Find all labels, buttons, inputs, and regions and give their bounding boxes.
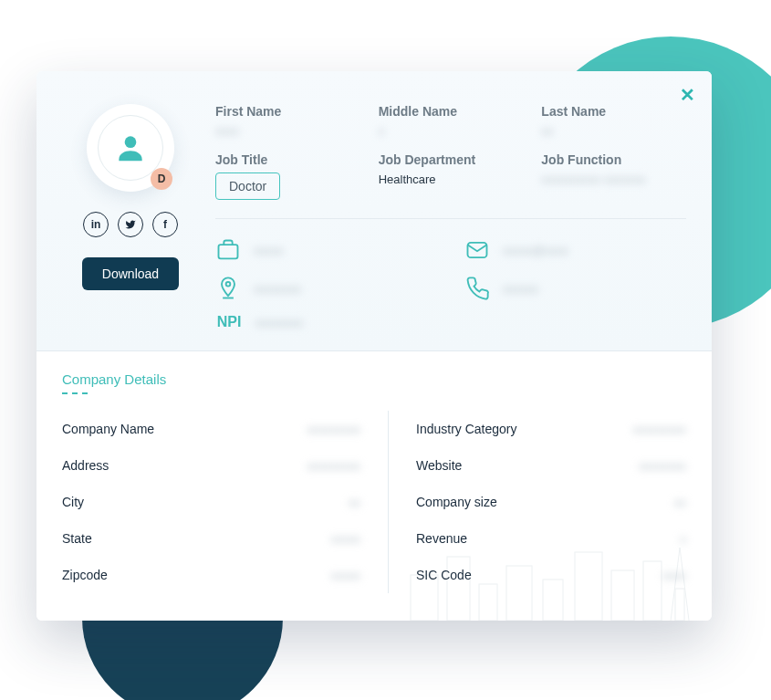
name-grid: First Name xxxx Middle Name x Last Name … [215,104,686,138]
svg-rect-1 [219,245,238,258]
company-name-value: xxxxxxxxx [307,423,361,436]
svg-point-0 [125,136,137,148]
last-name-field: Last Name xx [541,104,686,138]
address-row: Address xxxxxxxxx [62,447,360,484]
right-column: First Name xxxx Middle Name x Last Name … [199,104,686,330]
sic-label: SIC Code [416,568,472,582]
state-value: xxxxx [331,532,361,546]
npi-row: NPI xxxxxxxx [215,314,437,330]
social-links: in f [83,212,178,237]
email-value: xxxxx@xxxx [503,244,568,257]
svg-rect-2 [468,243,487,257]
size-value: xx [674,496,686,509]
first-name-field: First Name xxxx [215,104,360,138]
industry-label: Industry Category [416,422,517,436]
size-label: Company size [416,495,497,509]
address-label: Address [62,458,109,473]
facebook-icon[interactable]: f [152,212,178,237]
company-name-label: Company Name [62,422,154,436]
revenue-value: x [681,532,687,546]
person-icon [113,131,148,165]
job-title-label: Job Title [215,152,360,167]
company-grid: Company Name xxxxxxxxx Address xxxxxxxxx… [62,411,686,593]
download-button[interactable]: Download [82,257,179,290]
job-department-label: Job Department [379,152,524,167]
npi-value: xxxxxxxx [255,316,303,329]
last-name-value: xx [541,124,686,138]
industry-row: Industry Category xxxxxxxxx [416,411,686,447]
city-label: City [62,495,84,509]
industry-value: xxxxxxxxx [633,423,687,436]
middle-name-field: Middle Name x [379,104,524,138]
last-name-label: Last Name [541,104,686,119]
avatar-badge: D [151,168,172,190]
zipcode-label: Zipcode [62,568,108,582]
state-label: State [62,531,92,546]
npi-label: NPI [215,314,243,330]
job-function-field: Job Function xxxxxxxxxx xxxxxxx [541,152,686,200]
first-name-value: xxxx [215,124,360,138]
phone-value: xxxxxx [503,282,538,296]
job-grid: Job Title Doctor Job Department Healthca… [215,152,686,200]
revenue-row: Revenue x [416,520,686,557]
location-row: xxxxxxxx [215,276,437,301]
phone-row: xxxxxx [464,276,686,301]
avatar: D [87,104,174,192]
profile-card: ✕ D in f Download First Name [36,71,712,621]
sic-value: xxxx [662,569,686,582]
job-function-label: Job Function [541,152,686,167]
middle-name-value: x [379,124,524,138]
left-column: D in f Download [62,104,199,330]
address-value: xxxxxxxxx [307,459,361,473]
website-row: Website xxxxxxxx [416,447,686,484]
job-title-field: Job Title Doctor [215,152,360,200]
zipcode-value: xxxxx [331,569,361,582]
mail-icon [464,237,490,263]
city-value: xx [349,496,360,509]
job-department-field: Job Department Healthcare [379,152,524,200]
contact-grid: xxxxx xxxxx@xxxx xxxxxxxx xxxxxx NPI xxx… [215,218,686,330]
revenue-label: Revenue [416,531,467,546]
middle-name-label: Middle Name [379,104,524,119]
company-left-col: Company Name xxxxxxxxx Address xxxxxxxxx… [62,411,360,593]
job-function-value: xxxxxxxxxx xxxxxxx [541,172,686,186]
company-right-col: Industry Category xxxxxxxxx Website xxxx… [388,411,686,593]
briefcase-icon [215,237,241,263]
company-section-title: Company Details [62,371,686,387]
company-section: Company Details Company Name xxxxxxxxx A… [36,351,712,621]
job-department-value: Healthcare [379,172,524,186]
zipcode-row: Zipcode xxxxx [62,557,360,593]
work-row: xxxxx [215,237,437,263]
size-row: Company size xx [416,484,686,520]
email-row: xxxxx@xxxx [464,237,686,263]
job-title-value: Doctor [215,172,280,200]
phone-icon [464,276,490,301]
twitter-icon[interactable] [118,212,143,237]
company-name-row: Company Name xxxxxxxxx [62,411,360,447]
close-icon[interactable]: ✕ [680,84,695,106]
website-label: Website [416,458,462,473]
section-underline [62,392,88,394]
linkedin-icon[interactable]: in [83,212,109,237]
sic-row: SIC Code xxxx [416,557,686,593]
work-value: xxxxx [254,244,284,257]
state-row: State xxxxx [62,520,360,557]
location-value: xxxxxxxx [254,282,301,296]
website-value: xxxxxxxx [639,459,686,473]
city-row: City xx [62,484,360,520]
first-name-label: First Name [215,104,360,119]
svg-point-3 [226,282,231,287]
upper-section: D in f Download First Name xxxx Middle N… [36,71,712,351]
svg-rect-13 [675,589,684,621]
location-icon [215,276,241,301]
